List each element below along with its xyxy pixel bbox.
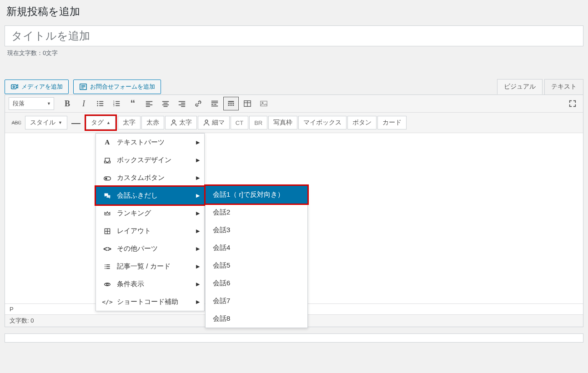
dd-icon bbox=[102, 210, 112, 217]
page-title: 新規投稿を追加 bbox=[6, 5, 583, 19]
svg-rect-59 bbox=[106, 268, 110, 269]
align-right-button[interactable] bbox=[174, 97, 190, 110]
strikethrough-button[interactable]: ABC bbox=[9, 116, 24, 129]
svg-point-46 bbox=[262, 102, 263, 104]
svg-rect-15 bbox=[116, 103, 120, 104]
more-button[interactable] bbox=[207, 97, 222, 110]
svg-rect-32 bbox=[211, 104, 214, 105]
dropdown-item-6[interactable]: <>その他パーツ▶ bbox=[96, 240, 204, 258]
card-button[interactable]: カード bbox=[377, 116, 407, 129]
tab-visual[interactable]: ビジュアル bbox=[497, 79, 543, 94]
dd-label: テキストパーツ bbox=[117, 138, 165, 147]
svg-rect-30 bbox=[211, 101, 218, 102]
dropdown-item-7[interactable]: 記事一覧 / カード▶ bbox=[96, 258, 204, 275]
submenu-item-2[interactable]: 会話3 bbox=[206, 221, 307, 239]
mybox-button[interactable]: マイボックス bbox=[298, 116, 347, 129]
photo-frame-button[interactable]: 写真枠 bbox=[268, 116, 297, 129]
svg-rect-19 bbox=[146, 103, 150, 104]
svg-rect-31 bbox=[211, 102, 218, 103]
numbered-list-button[interactable]: 123 bbox=[109, 97, 124, 110]
svg-rect-29 bbox=[181, 106, 185, 107]
svg-rect-11 bbox=[99, 105, 103, 106]
button-insert-button[interactable]: ボタン bbox=[347, 116, 377, 129]
link-button[interactable] bbox=[191, 97, 206, 110]
tag-dropdown-button[interactable]: タグ▲ bbox=[86, 116, 116, 129]
table-button[interactable] bbox=[240, 97, 255, 110]
dd-label: その他パーツ bbox=[117, 244, 158, 253]
dropdown-item-9[interactable]: </>ショートコード補助▶ bbox=[96, 293, 204, 311]
submenu-item-3[interactable]: 会話4 bbox=[206, 239, 307, 257]
dropdown-item-0[interactable]: Aテキストパーツ▶ bbox=[96, 134, 204, 151]
add-contact-form-button[interactable]: お問合せフォームを追加 bbox=[73, 80, 161, 94]
person-bold-button[interactable]: 太字 bbox=[165, 116, 197, 129]
bold-button[interactable]: B bbox=[60, 97, 75, 110]
chevron-right-icon: ▶ bbox=[196, 139, 200, 145]
chevron-right-icon: ▶ bbox=[196, 246, 200, 252]
dd-label: 記事一覧 / カード bbox=[117, 262, 171, 271]
dd-icon bbox=[102, 174, 112, 182]
add-media-button[interactable]: メディアを追加 bbox=[5, 80, 69, 94]
italic-button[interactable]: I bbox=[76, 97, 91, 110]
svg-rect-28 bbox=[179, 104, 185, 105]
svg-point-10 bbox=[97, 105, 98, 106]
svg-rect-41 bbox=[232, 104, 234, 105]
svg-rect-38 bbox=[232, 103, 234, 104]
svg-rect-26 bbox=[179, 101, 185, 102]
submenu-item-5[interactable]: 会話6 bbox=[206, 274, 307, 292]
svg-rect-33 bbox=[214, 104, 216, 105]
bold-red-button[interactable]: 太赤 bbox=[141, 116, 164, 129]
format-select[interactable]: 段落 bbox=[9, 97, 54, 110]
post-title-input[interactable] bbox=[5, 25, 583, 46]
dropdown-item-5[interactable]: レイアウト▶ bbox=[96, 222, 204, 240]
blockquote-button[interactable]: “ bbox=[125, 97, 141, 110]
submenu-item-4[interactable]: 会話5 bbox=[206, 257, 307, 274]
dd-icon: A bbox=[102, 139, 112, 146]
svg-rect-57 bbox=[106, 266, 110, 267]
align-left-button[interactable] bbox=[141, 97, 157, 110]
hr-button[interactable]: — bbox=[68, 116, 84, 129]
style-dropdown[interactable]: スタイル▼ bbox=[25, 116, 67, 129]
svg-rect-21 bbox=[146, 106, 150, 107]
ct-button[interactable]: CT bbox=[231, 116, 248, 129]
svg-point-8 bbox=[97, 103, 98, 104]
svg-rect-25 bbox=[164, 106, 168, 107]
dropdown-item-3[interactable]: 会話ふきだし▶ bbox=[96, 187, 204, 204]
tab-text[interactable]: テキスト bbox=[544, 79, 583, 94]
dropdown-item-1[interactable]: ボックスデザイン▶ bbox=[96, 151, 204, 169]
image-button[interactable] bbox=[256, 97, 271, 110]
svg-rect-24 bbox=[162, 104, 169, 105]
submenu-item-0[interactable]: 会話1（ r]で反対向き） bbox=[206, 186, 307, 204]
br-button[interactable]: BR bbox=[249, 116, 267, 129]
toolbar-toggle-button[interactable] bbox=[223, 97, 239, 110]
dd-icon: </> bbox=[102, 298, 112, 305]
svg-rect-0 bbox=[11, 85, 16, 89]
dd-icon bbox=[102, 281, 112, 288]
svg-rect-13 bbox=[116, 101, 120, 102]
person-thin-button[interactable]: 細マ bbox=[198, 116, 230, 129]
form-icon bbox=[79, 83, 87, 91]
camera-music-icon bbox=[10, 83, 19, 91]
tag-submenu: 会話1（ r]で反対向き）会話2会話3会話4会話5会話6会話7会話8 bbox=[205, 185, 308, 328]
svg-rect-35 bbox=[228, 101, 234, 102]
bold-text-button[interactable]: 太字 bbox=[118, 116, 141, 129]
editor-content-area[interactable]: Aテキストパーツ▶ボックスデザイン▶カスタムボタン▶会話ふきだし▶ランキング▶レ… bbox=[5, 133, 583, 303]
svg-rect-27 bbox=[181, 103, 185, 104]
fullscreen-button[interactable] bbox=[566, 97, 579, 110]
dropdown-item-4[interactable]: ランキング▶ bbox=[96, 204, 204, 222]
submenu-item-1[interactable]: 会話2 bbox=[206, 204, 307, 221]
bullet-list-button[interactable] bbox=[92, 97, 108, 110]
svg-rect-17 bbox=[116, 105, 120, 106]
svg-rect-18 bbox=[146, 101, 152, 102]
chevron-right-icon: ▶ bbox=[196, 264, 200, 269]
dd-label: ランキング bbox=[117, 209, 151, 218]
dropdown-item-8[interactable]: 条件表示▶ bbox=[96, 275, 204, 293]
svg-point-50 bbox=[105, 177, 107, 179]
submenu-item-7[interactable]: 会話8 bbox=[206, 310, 307, 328]
dd-icon bbox=[102, 157, 112, 164]
dropdown-item-2[interactable]: カスタムボタン▶ bbox=[96, 169, 204, 187]
tag-dropdown-menu: Aテキストパーツ▶ボックスデザイン▶カスタムボタン▶会話ふきだし▶ランキング▶レ… bbox=[95, 133, 205, 311]
align-center-button[interactable] bbox=[158, 97, 173, 110]
chevron-right-icon: ▶ bbox=[196, 228, 200, 234]
submenu-item-6[interactable]: 会話7 bbox=[206, 292, 307, 310]
chevron-right-icon: ▶ bbox=[196, 299, 200, 305]
